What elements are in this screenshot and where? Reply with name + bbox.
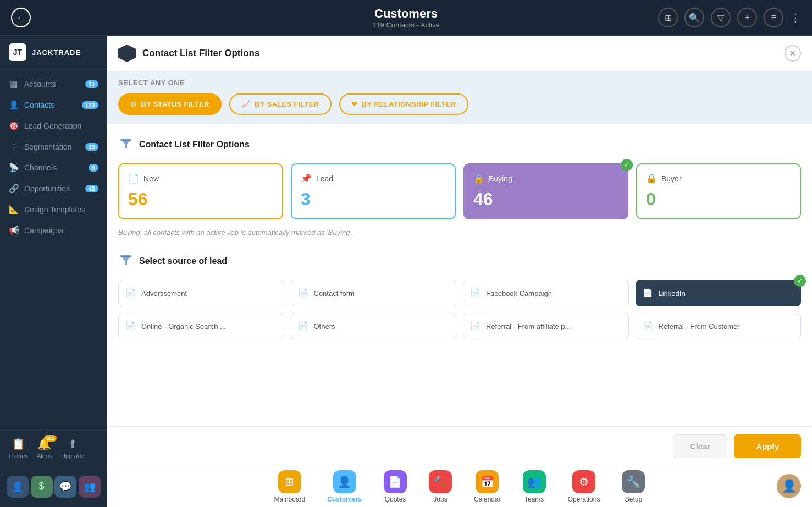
bottom-left-icons: 👤 $ 💬 👥 [0, 466, 107, 507]
status-filter-button[interactable]: ⊙ BY STATUS FILTER [118, 93, 222, 115]
lead-card-icon: 📌 [301, 173, 312, 184]
buyer-card-value: 0 [646, 189, 791, 210]
user-avatar[interactable]: 👤 [777, 474, 801, 498]
facebook-icon: 📄 [470, 288, 480, 298]
bottom-left-icon-1[interactable]: 👤 [7, 476, 29, 498]
sidebar-label-channels: Channels [24, 163, 83, 172]
sidebar-label-design-templates: Design Templates [24, 205, 98, 214]
quotes-icon: 📄 [384, 470, 407, 493]
source-card-referral-affiliate[interactable]: 📄 Referral - From affiliate p... [463, 313, 629, 339]
add-icon[interactable]: + [737, 8, 757, 27]
status-cards: 📄 New 56 📌 Lead 3 ✓ 🔒 [118, 163, 801, 219]
action-bar: Clear Apply [107, 426, 812, 466]
nav-item-teams[interactable]: 👥 Teams [512, 466, 557, 507]
sidebar-label-campaigns: Campaigns [24, 226, 98, 235]
filter-select-area: SELECT ANY ONE ⊙ BY STATUS FILTER 📈 BY S… [107, 71, 812, 124]
source-section-title: Select source of lead [139, 256, 227, 266]
clear-button[interactable]: Clear [673, 434, 728, 458]
bottom-left-icon-2[interactable]: $ [31, 476, 53, 498]
close-button[interactable]: ✕ [785, 45, 801, 62]
sidebar-item-design-templates[interactable]: 📐 Design Templates [0, 199, 107, 220]
scroll-content: Contact List Filter Options 📄 New 56 📌 L… [107, 124, 812, 426]
sidebar-item-opportunities[interactable]: 🔗 Opportunities 43 [0, 178, 107, 199]
nav-item-mainboard[interactable]: ⊞ Mainboard [263, 466, 317, 507]
source-card-others[interactable]: 📄 Others [291, 313, 457, 339]
page-subtitle: 119 Contacts - Active [372, 21, 440, 29]
calendar-icon: 📅 [476, 470, 499, 493]
source-card-facebook[interactable]: 📄 Facebook Campaign [463, 280, 629, 306]
status-card-buying[interactable]: ✓ 🔒 Buying 46 [463, 163, 628, 219]
alerts-button[interactable]: 🔔 261 Alerts [37, 437, 52, 459]
sales-filter-button[interactable]: 📈 BY SALES FILTER [229, 93, 332, 115]
nav-item-calendar[interactable]: 📅 Calendar [463, 466, 512, 507]
nav-item-quotes[interactable]: 📄 Quotes [373, 466, 418, 507]
source-card-contact-form[interactable]: 📄 Contact form [291, 280, 457, 306]
upgrade-button[interactable]: ⬆ Upgrade [61, 437, 84, 459]
status-card-lead[interactable]: 📌 Lead 3 [291, 163, 456, 219]
source-card-organic[interactable]: 📄 Online - Organic Search ... [118, 313, 284, 339]
nav-item-setup[interactable]: 🔧 Setup [611, 466, 656, 507]
nav-item-operations[interactable]: ⚙ Operations [557, 466, 611, 507]
linkedin-icon: 📄 [643, 288, 653, 298]
source-card-referral-customer[interactable]: 📄 Referral - From Customer [636, 313, 802, 339]
sidebar-nav: ▦ Accounts 21 👤 Contacts 123 🎯 Lead Gene… [0, 69, 107, 430]
nav-item-jobs[interactable]: 🔨 Jobs [418, 466, 463, 507]
sidebar-label-contacts: Contacts [24, 101, 76, 109]
teams-label: Teams [524, 495, 544, 503]
lead-card-label: Lead [316, 174, 333, 183]
apply-button[interactable]: Apply [734, 434, 801, 458]
source-card-advertisement[interactable]: 📄 Advertisement [118, 280, 284, 306]
status-card-new[interactable]: 📄 New 56 [118, 163, 283, 219]
sidebar-item-lead-generation[interactable]: 🎯 Lead Generation [0, 115, 107, 136]
filter-panel-header: Contact List Filter Options ✕ [107, 36, 812, 71]
channels-badge: 8 [89, 164, 98, 172]
buying-card-value: 46 [473, 189, 618, 210]
accounts-badge: 21 [85, 80, 98, 88]
back-button[interactable]: ← [11, 8, 31, 27]
advertisement-icon: 📄 [125, 288, 136, 298]
sidebar-item-channels[interactable]: 📡 Channels 8 [0, 157, 107, 178]
customers-icon: 👤 [333, 470, 356, 493]
bottom-left-icon-4[interactable]: 👥 [79, 476, 101, 498]
filter-icon[interactable]: ▽ [711, 8, 731, 27]
status-filter-icon: ⊙ [130, 100, 136, 108]
buying-note: Buying: all contacts with an active Job … [118, 228, 801, 236]
page-title: Customers [372, 7, 440, 21]
card-top-new: 📄 New [128, 173, 273, 184]
card-top-lead: 📌 Lead [301, 173, 446, 184]
relationship-filter-button[interactable]: ❤ BY RELATIONSHIP FILTER [339, 93, 468, 115]
bottom-left-icon-3[interactable]: 💬 [54, 476, 76, 498]
buying-card-label: Buying [489, 174, 512, 183]
status-card-buyer[interactable]: 🔒 Buyer 0 [636, 163, 801, 219]
jobs-label: Jobs [433, 495, 447, 503]
keyboard-icon[interactable]: ⊞ [658, 8, 678, 27]
buyer-card-label: Buyer [661, 174, 682, 183]
segmentation-badge: 29 [85, 143, 98, 151]
upgrade-label: Upgrade [61, 453, 84, 459]
sidebar-item-contacts[interactable]: 👤 Contacts 123 [0, 95, 107, 115]
referral-customer-label: Referral - From Customer [659, 322, 740, 330]
teams-icon: 👥 [523, 470, 546, 493]
more-options-icon[interactable]: ⋮ [790, 11, 801, 24]
sidebar-label-segmentation: Segmentation [24, 142, 80, 151]
list-icon[interactable]: ≡ [764, 8, 783, 27]
source-cards: 📄 Advertisement 📄 Contact form 📄 Faceboo… [118, 280, 801, 339]
design-templates-icon: 📐 [9, 205, 19, 214]
source-section-header: Select source of lead [118, 252, 801, 270]
main-layout: JT JACKTRADE ▦ Accounts 21 👤 Contacts 12… [0, 36, 812, 466]
contact-form-icon: 📄 [298, 288, 308, 298]
search-icon[interactable]: 🔍 [684, 8, 704, 27]
sidebar-item-campaigns[interactable]: 📢 Campaigns [0, 220, 107, 241]
setup-label: Setup [625, 495, 642, 503]
sidebar-item-accounts[interactable]: ▦ Accounts 21 [0, 74, 107, 95]
nav-item-customers[interactable]: 👤 Customers [316, 466, 373, 507]
advertisement-label: Advertisement [141, 289, 187, 297]
sidebar-item-segmentation[interactable]: ⋮ Segmentation 29 [0, 136, 107, 157]
sidebar: JT JACKTRADE ▦ Accounts 21 👤 Contacts 12… [0, 36, 107, 466]
source-card-linkedin[interactable]: ✓ 📄 LinkedIn [636, 280, 802, 306]
buying-check-badge: ✓ [621, 159, 633, 171]
customers-label: Customers [327, 495, 362, 503]
guides-button[interactable]: 📋 Guides [9, 437, 28, 459]
header-icons: ⊞ 🔍 ▽ + ≡ ⋮ [658, 8, 801, 27]
guides-icon: 📋 [12, 437, 25, 450]
